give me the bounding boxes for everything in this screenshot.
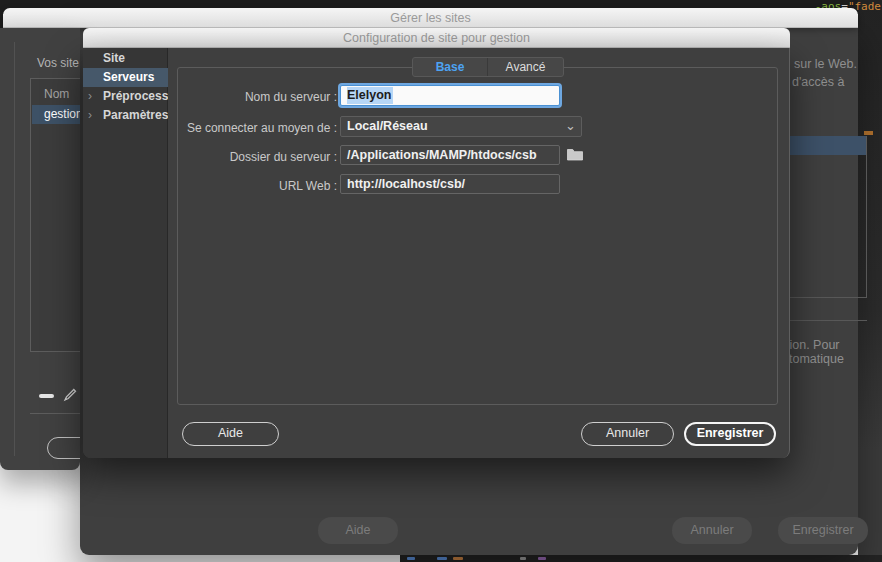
manage-sites-titlebar[interactable]: Gérer les sites <box>3 8 858 28</box>
your-sites-label: Vos site <box>37 56 79 70</box>
connect-method-value: Local/Réseau <box>347 119 428 133</box>
cancel-button-disabled[interactable]: Annuler <box>672 517 752 544</box>
selected-row-fragment[interactable] <box>788 136 866 155</box>
cancel-button[interactable]: Annuler <box>581 422 674 446</box>
table-border <box>866 136 867 298</box>
manage-sites-title: Gérer les sites <box>390 11 471 25</box>
site-row-gestion[interactable]: gestion <box>32 105 80 124</box>
code-dash <box>453 557 463 560</box>
server-folder-input[interactable]: /Applications/MAMP/htdocs/csb <box>340 145 560 165</box>
table-border <box>788 297 867 298</box>
sidebar-item-label: Site <box>103 51 125 65</box>
pencil-icon <box>61 386 79 404</box>
site-setup-titlebar[interactable]: Configuration de site pour gestion <box>83 28 790 48</box>
base-advanced-tabs: Base Avancé <box>412 57 564 77</box>
toolbar-divider <box>30 413 80 414</box>
sites-list: Nom gestion <box>30 78 80 352</box>
code-dash <box>407 557 415 560</box>
web-url-label: URL Web : <box>83 179 337 193</box>
server-name-input[interactable]: Elelyon <box>340 85 560 106</box>
code-dash <box>520 557 526 560</box>
tab-avance[interactable]: Avancé <box>488 58 563 76</box>
site-setup-dialog-body: Site Serveurs ›Préprocesse ›Paramètres B… <box>83 48 790 458</box>
browse-folder-button[interactable] <box>566 147 584 163</box>
truncated-text: d'accès à <box>792 75 844 89</box>
save-button[interactable]: Enregistrer <box>684 422 776 446</box>
connect-method-select[interactable]: Local/Réseau ⌄ <box>340 116 582 137</box>
table-border <box>788 320 867 321</box>
help-button[interactable]: Aide <box>182 422 279 446</box>
save-button-disabled[interactable]: Enregistrer <box>778 517 868 544</box>
web-url-input[interactable]: http://localhost/csb/ <box>340 174 560 194</box>
sidebar-item-label: Serveurs <box>103 70 154 84</box>
chevron-down-icon: ⌄ <box>565 116 576 135</box>
server-name-label: Nom du serveur : <box>83 90 337 104</box>
truncated-text: tion. Pour <box>786 338 840 352</box>
help-button-disabled[interactable]: Aide <box>318 517 398 544</box>
manage-sites-window-body: Vos site Nom gestion A <box>0 28 80 470</box>
name-column-header[interactable]: Nom <box>44 87 69 101</box>
remove-site-button[interactable] <box>39 394 54 398</box>
server-folder-value: /Applications/MAMP/htdocs/csb <box>347 148 537 162</box>
category-sidebar: Site Serveurs ›Préprocesse ›Paramètres <box>83 48 168 458</box>
panel-divider <box>14 42 15 456</box>
folder-icon <box>566 147 584 162</box>
code-dash <box>538 557 546 560</box>
sidebar-item-site[interactable]: Site <box>83 49 168 68</box>
server-folder-label: Dossier du serveur : <box>83 150 337 164</box>
site-setup-title: Configuration de site pour gestion <box>343 31 530 45</box>
code-editor-right-strip <box>858 0 882 562</box>
connect-method-label: Se connecter au moyen de : <box>83 121 337 135</box>
tab-base[interactable]: Base <box>413 58 488 76</box>
sidebar-item-serveurs[interactable]: Serveurs <box>83 68 168 87</box>
sidebar-item-label: Paramètres <box>103 108 168 122</box>
truncated-text: sur le Web. <box>794 57 857 71</box>
truncated-text: utomatique <box>782 352 844 366</box>
edit-site-button[interactable] <box>61 386 79 404</box>
selected-input-text: Elelyon <box>347 87 393 104</box>
partial-button[interactable]: A <box>47 437 80 459</box>
code-editor-bottom-strip <box>400 555 882 562</box>
web-url-value: http://localhost/csb/ <box>347 177 465 191</box>
code-editor-orange-mark <box>864 131 873 135</box>
code-dash <box>437 557 447 560</box>
